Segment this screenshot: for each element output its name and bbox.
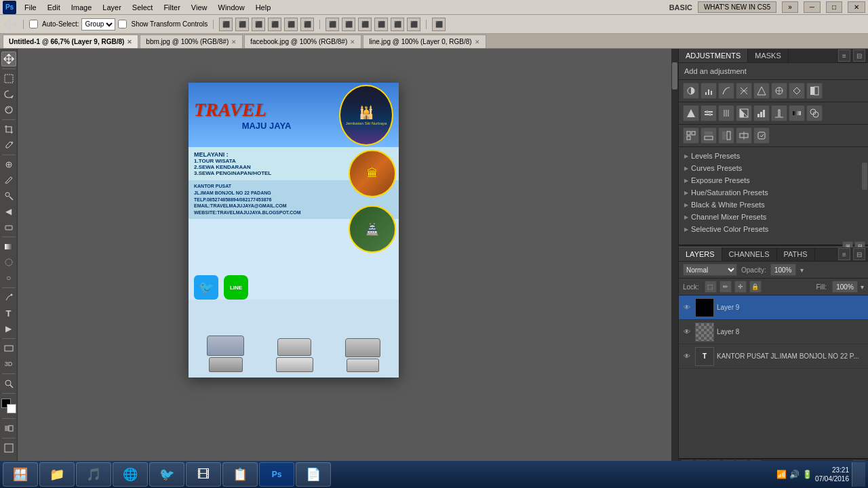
taskbar-notepad[interactable]: 📄 [296,462,331,487]
pen-tool[interactable] [1,290,16,305]
selective-color-icon[interactable] [806,105,823,121]
adj-curves-presets[interactable]: ▶ Curves Presets [679,162,868,174]
taskbar-twitter[interactable]: 🐦 [149,462,184,487]
distribute-middle-icon[interactable]: ⬛ [391,18,404,31]
taskbar-docs[interactable]: 📋 [222,462,258,487]
taskbar-start[interactable]: 🪟 [3,462,38,487]
brush-tool[interactable] [1,173,16,188]
minimize-button[interactable]: ─ [804,1,821,13]
switch-workspace-button[interactable]: » [782,1,798,13]
vertical-scrollbar[interactable] [671,49,678,473]
layers-layout-icon[interactable]: ⊟ [853,248,865,260]
quick-selection-tool[interactable] [1,102,16,117]
menu-window[interactable]: Window [213,2,250,13]
taskbar-video[interactable]: 🎞 [186,462,221,487]
eyedropper-tool[interactable] [1,138,16,152]
healing-brush-tool[interactable] [1,157,16,172]
menu-edit[interactable]: Edit [42,2,66,13]
maximize-button[interactable]: □ [826,1,842,13]
menu-image[interactable]: Image [66,2,98,13]
channel-mixer-icon[interactable] [701,105,717,121]
dodge-tool[interactable]: ○ [1,270,16,285]
crop-tool[interactable] [1,122,16,137]
quick-mask-tool[interactable] [1,421,16,436]
bw-icon[interactable] [806,83,823,99]
show-desktop-button[interactable] [852,462,865,487]
type-tool[interactable]: T [1,306,16,321]
tab-line-close[interactable]: ✕ [475,39,480,45]
adj-scroll-area[interactable] [679,238,868,245]
adj-levels-presets[interactable]: ▶ Levels Presets [679,150,868,162]
layer9-visibility[interactable]: 👁 [682,302,692,313]
tab-untitled1-close[interactable]: ✕ [127,39,132,45]
taskbar-media[interactable]: 🎵 [76,462,111,487]
marquee-tool[interactable] [1,71,16,86]
panel-options-icon[interactable]: ≡ [838,49,850,62]
tab-channels[interactable]: CHANNELS [722,247,777,261]
path-selection-tool[interactable]: ▶ [1,321,16,336]
curves-icon[interactable] [718,83,734,99]
distribute-left-icon[interactable]: ⬛ [326,18,339,31]
distribute-top-icon[interactable]: ⬛ [374,18,388,31]
zoom-tool[interactable] [1,376,16,391]
extras-icon[interactable]: ⬛ [432,18,446,31]
color-lookup-icon[interactable] [718,105,734,121]
adj-selective-presets[interactable]: ▶ Selective Color Presets [679,223,868,235]
adj-channel-presets[interactable]: ▶ Channel Mixer Presets [679,211,868,223]
adj-icon-group4[interactable] [736,127,752,144]
tab-paths[interactable]: PATHS [777,247,815,261]
adj-icon-group1[interactable] [683,127,699,144]
tab-untitled1[interactable]: Untitled-1 @ 66,7% (Layer 9, RGB/8) ✕ [3,35,138,48]
kantor-visibility[interactable]: 👁 [682,351,692,362]
photo-filter-icon[interactable] [683,105,699,121]
distribute-bottom-icon[interactable]: ⬛ [407,18,420,31]
menu-layer[interactable]: Layer [97,2,127,13]
adj-icon-group2[interactable] [701,127,717,144]
layer8-visibility[interactable]: 👁 [682,327,692,338]
tab-line[interactable]: line.jpg @ 100% (Layer 0, RGB/8) ✕ [363,35,486,48]
exposure-icon[interactable] [736,83,752,99]
posterize-icon[interactable] [753,105,770,121]
lock-transparent-icon[interactable]: ⬚ [705,281,717,293]
menu-filter[interactable]: Filter [158,2,185,13]
layer-row-kantor[interactable]: 👁 T KANTOR PUSAT JL.IMAM BONJOL NO 22 P.… [679,344,868,369]
3d-tool[interactable]: 3D [1,357,16,371]
whats-new-button[interactable]: WHAT'S NEW IN CS5 [698,1,776,13]
adj-icon-group5[interactable] [753,127,770,144]
tab-adjustments[interactable]: ADJUSTMENTS [679,49,748,62]
tab-facebook[interactable]: facebook.jpg @ 100% (RGB/8#) ✕ [244,35,361,48]
vertical-scroll-thumb[interactable] [672,62,677,89]
screen-mode-button[interactable] [1,441,16,455]
distribute-center-icon[interactable]: ⬛ [342,18,355,31]
align-middle-icon[interactable]: ⬛ [284,18,298,31]
distribute-right-icon[interactable]: ⬛ [358,18,372,31]
layers-options-icon[interactable]: ≡ [838,248,850,260]
lock-all-icon[interactable]: 🔒 [749,281,762,293]
tab-bbm-close[interactable]: ✕ [231,39,237,45]
taskbar-photoshop[interactable]: Ps [259,462,294,487]
align-center-icon[interactable]: ⬛ [235,18,249,31]
align-top-icon[interactable]: ⬛ [268,18,281,31]
history-brush-tool[interactable]: ◀ [1,204,16,219]
clone-stamp-tool[interactable] [1,188,16,203]
lock-pixels-icon[interactable]: ✏ [719,281,732,293]
hue-sat-icon[interactable] [771,83,787,99]
threshold-icon[interactable] [771,105,787,121]
auto-select-checkbox[interactable] [29,20,38,28]
tab-layers[interactable]: LAYERS [679,247,722,261]
show-transform-checkbox[interactable] [118,20,127,28]
menu-select[interactable]: Select [127,2,159,13]
menu-view[interactable]: View [186,2,213,13]
vibrance-icon[interactable] [753,83,770,99]
adj-icon-group3[interactable] [718,127,734,144]
menu-help[interactable]: Help [250,2,277,13]
blur-tool[interactable] [1,255,16,270]
adj-exposure-presets[interactable]: ▶ Exposure Presets [679,174,868,186]
adj-bw-presets[interactable]: ▶ Black & White Presets [679,199,868,211]
layer-row-layer8[interactable]: 👁 Layer 8 [679,320,868,344]
menu-file[interactable]: File [19,2,42,13]
close-button[interactable]: ✕ [848,1,865,13]
lock-position-icon[interactable]: ✛ [734,281,747,293]
move-tool[interactable] [1,52,16,66]
taskbar-browser[interactable]: 🌐 [113,462,148,487]
